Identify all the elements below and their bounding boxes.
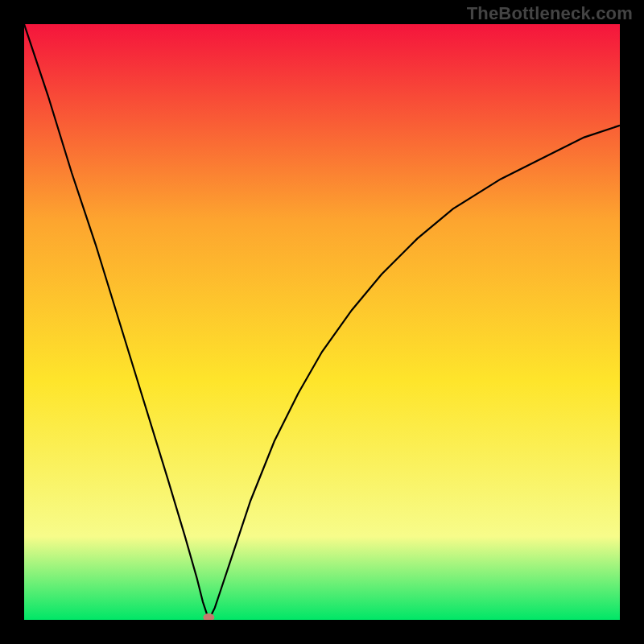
bottleneck-chart	[24, 24, 620, 620]
plot-area	[24, 24, 620, 620]
gradient-background	[24, 24, 620, 620]
watermark-text: TheBottleneck.com	[467, 3, 633, 24]
chart-container: TheBottleneck.com	[0, 0, 644, 644]
